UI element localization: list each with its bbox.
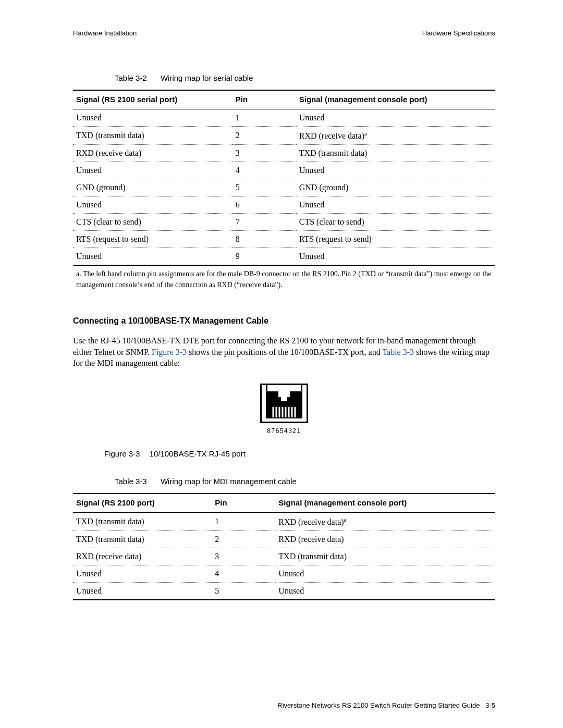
figure-3-3-number: Figure 3-3: [104, 449, 140, 458]
table-row: GND (ground)5GND (ground): [73, 179, 495, 196]
table-3-2-number: Table 3-2: [115, 73, 147, 82]
cell-signal-left: RXD (receive data): [73, 548, 212, 565]
cell-pin: 2: [232, 127, 296, 145]
table-3-3-h2: Signal (management console port): [275, 493, 495, 513]
rj45-pin-labels: 87654321: [73, 427, 495, 435]
cell-pin: 9: [232, 248, 296, 266]
table-3-2-h0: Signal (RS 2100 serial port): [73, 90, 232, 109]
table-row: TXD (transmit data)1RXD (receive data)a: [73, 512, 495, 530]
page: Hardware Installation Hardware Specifica…: [0, 0, 563, 728]
cell-signal-left: Unused: [73, 565, 212, 583]
cell-signal-right: Unused: [296, 196, 495, 214]
table-row: Unused4Unused: [73, 565, 495, 583]
cell-pin: 1: [212, 512, 275, 530]
table-3-2-header-row: Signal (RS 2100 serial port) Pin Signal …: [73, 90, 495, 109]
cell-signal-left: Unused: [73, 248, 232, 266]
cell-signal-right: TXD (transmit data): [296, 145, 495, 162]
cell-signal-right: GND (ground): [296, 179, 495, 196]
cell-signal-right: RXD (receive data)a: [296, 127, 495, 145]
cell-signal-left: Unused: [73, 162, 232, 179]
cell-signal-left: TXD (transmit data): [73, 531, 212, 548]
cell-signal-right: Unused: [296, 162, 495, 179]
table-row: TXD (transmit data)2RXD (receive data)a: [73, 127, 495, 145]
table-3-3-h1: Pin: [212, 493, 275, 513]
footnote-ref: a: [344, 516, 347, 523]
table-row: Unused1Unused: [73, 109, 495, 127]
table-row: RXD (receive data)3TXD (transmit data): [73, 145, 495, 162]
cell-pin: 8: [232, 231, 296, 248]
section-para-mid: shows the pin positions of the 10/100BAS…: [187, 348, 382, 356]
table-row: Unused9Unused: [73, 248, 495, 266]
cell-pin: 5: [212, 583, 275, 600]
cell-pin: 2: [212, 531, 275, 548]
cell-signal-right: Unused: [296, 248, 495, 266]
footer-page-number: 3-5: [485, 701, 495, 709]
cell-pin: 4: [212, 565, 275, 583]
cell-signal-right: CTS (clear to send): [296, 214, 495, 231]
table-3-2-caption: Table 3-2 Wiring map for serial cable: [115, 73, 495, 82]
cell-pin: 3: [232, 145, 296, 162]
figure-3-3-title: 10/100BASE-TX RJ-45 port: [150, 449, 246, 458]
cell-pin: 3: [212, 548, 275, 565]
cell-signal-left: Unused: [73, 109, 232, 127]
table-row: CTS (clear to send)7CTS (clear to send): [73, 214, 495, 231]
cell-signal-right: RXD (receive data): [275, 531, 495, 548]
cell-signal-left: TXD (transmit data): [73, 512, 212, 530]
table-3-3-caption: Table 3-3 Wiring map for MDI management …: [115, 477, 495, 486]
running-header-left: Hardware Installation: [73, 29, 137, 37]
cell-signal-left: Unused: [73, 583, 212, 600]
table-row: Unused4Unused: [73, 162, 495, 179]
table-row: Unused6Unused: [73, 196, 495, 214]
table-3-3: Signal (RS 2100 port) Pin Signal (manage…: [73, 493, 495, 600]
cell-signal-left: Unused: [73, 196, 232, 214]
cell-signal-right: Unused: [296, 109, 495, 127]
cell-signal-left: RXD (receive data): [73, 145, 232, 162]
table-3-2-footnote: a. The left hand column pin assignments …: [76, 269, 495, 290]
rj45-figure: 87654321: [73, 384, 495, 435]
rj45-port-icon: [260, 384, 308, 423]
cell-signal-right: RTS (request to send): [296, 231, 495, 248]
cell-signal-left: TXD (transmit data): [73, 127, 232, 145]
table-row: RTS (request to send)8RTS (request to se…: [73, 231, 495, 248]
table-3-2: Signal (RS 2100 serial port) Pin Signal …: [73, 90, 495, 266]
cell-signal-left: CTS (clear to send): [73, 214, 232, 231]
cell-pin: 1: [232, 109, 296, 127]
cell-signal-left: RTS (request to send): [73, 231, 232, 248]
cell-signal-right: Unused: [275, 583, 495, 600]
footer-text: Riverstone Networks RS 2100 Switch Route…: [277, 701, 480, 709]
cell-signal-right: RXD (receive data)a: [275, 512, 495, 530]
running-header-right: Hardware Specifications: [422, 29, 495, 37]
link-figure-3-3[interactable]: Figure 3-3: [152, 348, 187, 356]
table-row: RXD (receive data)3TXD (transmit data): [73, 548, 495, 565]
figure-3-3-caption: Figure 3-3 10/100BASE-TX RJ-45 port: [104, 449, 495, 458]
cell-signal-right: Unused: [275, 565, 495, 583]
section-paragraph: Use the RJ-45 10/100BASE-TX DTE port for…: [73, 335, 495, 369]
table-3-2-title: Wiring map for serial cable: [161, 73, 253, 82]
table-row: Unused5Unused: [73, 583, 495, 600]
table-3-2-h1: Pin: [232, 90, 296, 109]
table-3-3-title: Wiring map for MDI management cable: [161, 477, 297, 486]
footnote-ref: a: [364, 130, 367, 137]
link-table-3-3[interactable]: Table 3-3: [382, 348, 414, 356]
cell-signal-left: GND (ground): [73, 179, 232, 196]
table-3-3-header-row: Signal (RS 2100 port) Pin Signal (manage…: [73, 493, 495, 513]
cell-signal-right: TXD (transmit data): [275, 548, 495, 565]
running-header: Hardware Installation Hardware Specifica…: [73, 29, 495, 37]
cell-pin: 4: [232, 162, 296, 179]
table-row: TXD (transmit data)2RXD (receive data): [73, 531, 495, 548]
page-footer: Riverstone Networks RS 2100 Switch Route…: [277, 701, 495, 709]
cell-pin: 7: [232, 214, 296, 231]
cell-pin: 5: [232, 179, 296, 196]
cell-pin: 6: [232, 196, 296, 214]
table-3-2-h2: Signal (management console port): [296, 90, 495, 109]
table-3-3-h0: Signal (RS 2100 port): [73, 493, 212, 513]
section-heading: Connecting a 10/100BASE-TX Management Ca…: [73, 316, 495, 326]
table-3-3-number: Table 3-3: [115, 477, 147, 486]
